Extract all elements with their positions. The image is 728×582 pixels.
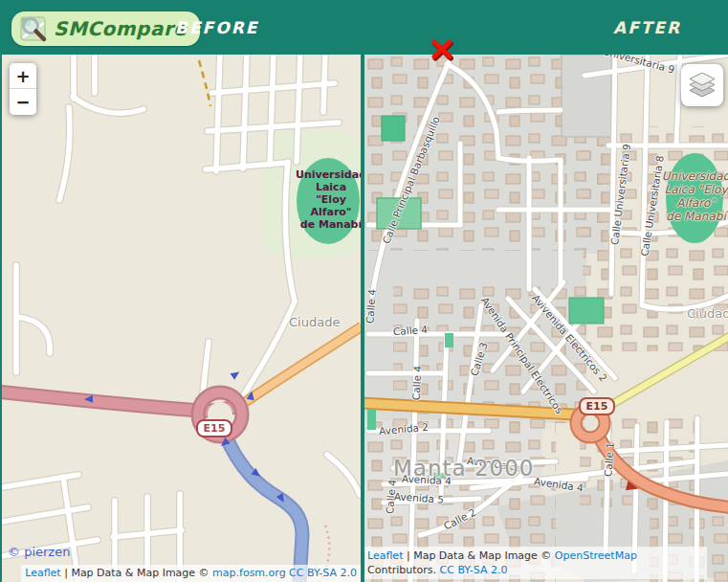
e15-road-shield: E15: [579, 397, 615, 415]
attribution-after: Leaflet | Map Data & Map Image © OpenStr…: [364, 547, 707, 579]
app-header: SMCompare BEFORE AFTER: [0, 0, 728, 55]
app-logo[interactable]: SMCompare: [11, 11, 200, 46]
layers-control[interactable]: [681, 64, 723, 106]
x-marker[interactable]: [430, 38, 453, 65]
neighborhood-label: Manta 2000: [393, 456, 534, 481]
license-link[interactable]: CC BY-SA 2.0: [440, 564, 508, 576]
attribution-text: | Map Data & Map Image ©: [61, 567, 212, 579]
osm-link[interactable]: OpenStreetMap: [555, 549, 637, 562]
after-map-art: [364, 55, 728, 582]
app-title: SMCompare: [54, 17, 187, 40]
leaflet-link[interactable]: Leaflet: [367, 549, 403, 562]
layers-icon: [689, 73, 716, 98]
university-label: Universidad Laica "Eloy Alfaro" de Manab…: [291, 168, 361, 231]
university-label: Universidad Laica "Eloy Alfaro" de Manab…: [646, 169, 728, 223]
zoom-in-button[interactable]: +: [10, 63, 36, 89]
oneway-arrow: [84, 395, 93, 403]
oneway-arrow: [247, 391, 255, 400]
city-label: Ciudade: [289, 315, 340, 329]
attribution-before: Leaflet | Map Data & Map Image © map.fos…: [21, 565, 361, 582]
e15-road-shield: E15: [196, 419, 232, 437]
before-label: BEFORE: [175, 18, 258, 37]
attribution-text: Contributors.: [367, 564, 440, 576]
zoom-control: + −: [10, 63, 36, 115]
city-label: Ciudade: [687, 306, 728, 321]
after-label: AFTER: [613, 18, 681, 37]
pierzen-credit: © pierzen: [8, 545, 70, 559]
attribution-text: | Map Data & Map Image ©: [403, 549, 554, 562]
after-map[interactable]: Avenida Universitaria 9 Calle Universita…: [364, 55, 728, 582]
magnifier-map-icon: [19, 14, 48, 43]
leaflet-link[interactable]: Leaflet: [25, 567, 60, 579]
zoom-out-button[interactable]: −: [10, 89, 36, 115]
before-map[interactable]: + − Universidad Laica "Eloy Alfaro" de M…: [2, 55, 361, 582]
fosm-link[interactable]: map.fosm.org CC BY-SA 2.0: [212, 567, 357, 579]
